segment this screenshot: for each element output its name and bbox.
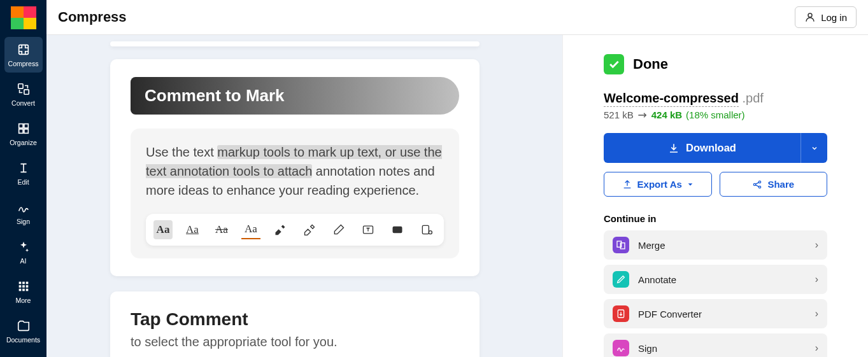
ci-label: Annotate xyxy=(638,274,815,285)
sign-tool-icon xyxy=(613,340,629,356)
doc-text: Use the text markup tools to mark up tex… xyxy=(131,129,459,258)
app-logo[interactable] xyxy=(11,6,36,29)
sidebar-nav: Compress Convert Organize Edit Sign AI xyxy=(0,0,46,357)
merge-icon xyxy=(613,237,629,253)
highlighter-icon[interactable] xyxy=(271,220,290,239)
doc-banner: Comment to Mark xyxy=(131,77,459,115)
done-label: Done xyxy=(633,56,668,73)
doc-text-pre: Use the text xyxy=(146,145,217,159)
compress-icon xyxy=(16,42,31,57)
login-label: Log in xyxy=(821,12,847,23)
nav-label: AI xyxy=(20,257,27,265)
svg-rect-13 xyxy=(18,289,21,291)
svg-point-16 xyxy=(808,13,812,17)
svg-rect-6 xyxy=(24,129,27,133)
strike-tool-icon[interactable]: Aa xyxy=(212,220,231,239)
svg-rect-8 xyxy=(22,282,25,284)
pdf-converter-icon xyxy=(613,305,629,322)
ci-label: PDF Converter xyxy=(638,309,815,319)
download-dropdown[interactable] xyxy=(800,133,827,163)
sign-icon xyxy=(16,200,31,215)
svg-point-20 xyxy=(429,231,432,234)
chevron-right-icon: › xyxy=(815,342,818,354)
page-title: Compress xyxy=(58,9,127,25)
highlighter-outline-icon[interactable] xyxy=(300,220,319,239)
organize-icon xyxy=(16,121,31,136)
svg-rect-2 xyxy=(24,90,28,94)
chevron-right-icon: › xyxy=(815,239,818,251)
chevron-right-icon: › xyxy=(815,274,818,285)
svg-rect-10 xyxy=(18,285,21,288)
share-button[interactable]: Share xyxy=(720,172,828,197)
export-icon xyxy=(622,179,632,190)
nav-label: Compress xyxy=(8,60,39,67)
export-as-button[interactable]: Export As xyxy=(604,172,712,197)
svg-rect-7 xyxy=(18,282,21,284)
arrow-right-icon xyxy=(637,111,648,119)
doc-card-1: Comment to Mark Use the text markup tool… xyxy=(110,59,480,276)
chevron-right-icon: › xyxy=(815,308,818,319)
continue-in-label: Continue in xyxy=(604,213,827,224)
caret-down-icon xyxy=(687,181,694,188)
share-icon xyxy=(752,179,762,190)
svg-rect-9 xyxy=(25,282,28,284)
nav-label: Edit xyxy=(17,178,29,186)
svg-rect-18 xyxy=(393,227,402,234)
share-label: Share xyxy=(767,179,794,190)
nav-documents[interactable]: Documents xyxy=(4,313,43,349)
ci-label: Sign xyxy=(638,343,815,354)
svg-rect-4 xyxy=(24,124,27,128)
doc-subheading: to select the appropriate tool for you. xyxy=(131,335,459,349)
continue-merge[interactable]: Merge › xyxy=(604,230,827,260)
markup-toolbar-1: Aa Aa Aa Aa xyxy=(146,214,444,246)
file-ext: .pdf xyxy=(743,91,764,105)
check-icon xyxy=(604,54,624,74)
nav-edit[interactable]: Edit xyxy=(4,155,43,191)
export-label: Export As xyxy=(637,179,682,190)
chevron-down-icon xyxy=(811,144,818,152)
topbar: Compress Log in xyxy=(46,0,868,35)
nav-organize[interactable]: Organize xyxy=(4,116,43,151)
file-name[interactable]: Welcome-compressed xyxy=(604,91,739,107)
size-new: 424 kB xyxy=(651,109,682,120)
note-icon[interactable] xyxy=(388,220,407,239)
nav-label: Convert xyxy=(11,99,35,107)
document-preview[interactable]: Comment to Mark Use the text markup tool… xyxy=(46,35,562,357)
svg-rect-3 xyxy=(18,124,22,128)
svg-rect-11 xyxy=(22,285,25,288)
nav-label: Organize xyxy=(10,139,37,146)
nav-label: More xyxy=(16,297,31,304)
highlight-tool-icon[interactable]: Aa xyxy=(153,220,173,239)
svg-rect-12 xyxy=(25,285,28,288)
ci-label: Merge xyxy=(638,240,815,251)
textbox-icon[interactable] xyxy=(359,220,378,239)
download-icon xyxy=(668,143,679,154)
underline-tool-icon[interactable]: Aa xyxy=(183,220,202,239)
nav-sign[interactable]: Sign xyxy=(4,195,43,230)
nav-ai[interactable]: AI xyxy=(4,234,43,270)
edit-icon xyxy=(16,160,31,176)
nav-label: Sign xyxy=(17,218,30,225)
nav-label: Documents xyxy=(6,336,40,344)
eraser-icon[interactable] xyxy=(329,220,348,239)
svg-rect-15 xyxy=(25,289,28,291)
continue-annotate[interactable]: Annotate › xyxy=(604,265,827,294)
documents-icon xyxy=(16,318,31,333)
user-icon xyxy=(804,11,816,23)
file-name-row: Welcome-compressed .pdf xyxy=(604,91,827,106)
size-row: 521 kB 424 kB (18% smaller) xyxy=(604,109,827,120)
download-button[interactable]: Download xyxy=(604,133,800,163)
stamp-icon[interactable] xyxy=(417,220,436,239)
nav-compress[interactable]: Compress xyxy=(4,37,43,73)
doc-card-2: Tap Comment to select the appropriate to… xyxy=(110,291,480,357)
svg-rect-19 xyxy=(422,225,429,234)
nav-convert[interactable]: Convert xyxy=(4,76,43,112)
size-pct: (18% smaller) xyxy=(686,109,745,120)
continue-sign[interactable]: Sign › xyxy=(604,333,827,357)
svg-rect-5 xyxy=(18,129,22,133)
squiggly-tool-icon[interactable]: Aa xyxy=(241,220,260,239)
download-label: Download xyxy=(686,142,736,154)
nav-more[interactable]: More xyxy=(4,274,43,309)
continue-pdf-converter[interactable]: PDF Converter › xyxy=(604,299,827,328)
login-button[interactable]: Log in xyxy=(795,6,857,28)
